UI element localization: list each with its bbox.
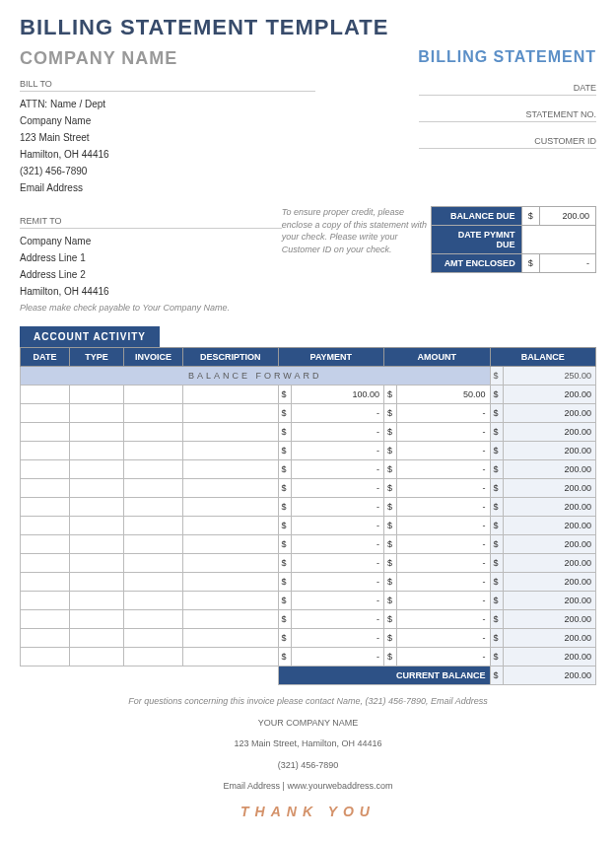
cell	[183, 423, 279, 442]
thank-you: THANK YOU	[20, 802, 596, 822]
cell	[183, 386, 279, 404]
cell	[21, 554, 70, 573]
balance-value: 200.00	[503, 573, 595, 592]
table-row: $100.00$50.00$200.00	[21, 386, 596, 404]
date-pymnt-due-label: DATE PYMNT DUE	[431, 226, 521, 254]
balance-value: 200.00	[503, 535, 595, 554]
currency-symbol: $	[278, 498, 291, 517]
amt-enclosed-value: -	[539, 254, 595, 273]
cell	[70, 517, 124, 535]
currency-symbol: $	[490, 629, 503, 648]
billing-statement-label: BILLING STATEMENT	[418, 48, 596, 66]
cell	[124, 554, 183, 573]
footer-phone: (321) 456-7890	[20, 759, 596, 773]
cell	[124, 498, 183, 517]
cell	[124, 648, 183, 667]
payment-value: -	[291, 629, 383, 648]
column-header: DATE	[21, 348, 70, 367]
currency-symbol: $	[384, 610, 397, 629]
payment-value: -	[291, 479, 383, 498]
cell	[124, 460, 183, 479]
account-activity-tab: ACCOUNT ACTIVITY	[20, 326, 160, 347]
payable-note: Please make check payable to Your Compan…	[20, 303, 282, 313]
cell	[70, 386, 124, 404]
cell	[124, 535, 183, 554]
currency-symbol: $	[384, 592, 397, 610]
amount-value: 50.00	[397, 386, 490, 404]
amount-value: -	[397, 629, 490, 648]
balance-due-value: 200.00	[539, 207, 595, 226]
bill-to-line: Company Name	[20, 112, 315, 129]
table-row: $-$-$200.00	[21, 648, 596, 667]
cell	[21, 610, 70, 629]
remit-to-line: Company Name	[20, 233, 282, 249]
column-header: INVOICE	[124, 348, 183, 367]
amount-value: -	[397, 404, 490, 423]
currency-symbol: $	[384, 460, 397, 479]
currency-symbol: $	[384, 442, 397, 460]
balance-value: 200.00	[503, 460, 595, 479]
currency-symbol: $	[278, 423, 291, 442]
currency-symbol: $	[278, 404, 291, 423]
payment-value: -	[291, 460, 383, 479]
amount-value: -	[397, 479, 490, 498]
cell	[70, 592, 124, 610]
payment-value: -	[291, 404, 383, 423]
page-title: BILLING STATEMENT TEMPLATE	[20, 15, 596, 40]
cell	[124, 404, 183, 423]
cell	[70, 442, 124, 460]
amount-value: -	[397, 535, 490, 554]
remit-to-line: Address Line 1	[20, 249, 282, 266]
balance-value: 200.00	[503, 648, 595, 667]
currency-symbol: $	[490, 498, 503, 517]
cell	[21, 460, 70, 479]
cell	[70, 629, 124, 648]
balance-value: 200.00	[503, 404, 595, 423]
amount-value: -	[397, 517, 490, 535]
balance-value: 200.00	[503, 479, 595, 498]
table-row: $-$-$200.00	[21, 517, 596, 535]
currency-symbol: $	[278, 535, 291, 554]
cell	[183, 535, 279, 554]
cell	[183, 460, 279, 479]
currency-symbol: $	[278, 573, 291, 592]
payment-value: 100.00	[291, 386, 383, 404]
column-header: PAYMENT	[278, 348, 383, 367]
table-row: $-$-$200.00	[21, 573, 596, 592]
cell	[21, 592, 70, 610]
currency-symbol: $	[384, 648, 397, 667]
currency-symbol: $	[384, 554, 397, 573]
currency-symbol: $	[384, 423, 397, 442]
statement-no-label: STATEMENT NO.	[419, 109, 596, 122]
cell	[124, 610, 183, 629]
cell	[183, 573, 279, 592]
payment-value: -	[291, 592, 383, 610]
currency-symbol: $	[384, 517, 397, 535]
currency-symbol: $	[490, 479, 503, 498]
balance-value: 200.00	[503, 592, 595, 610]
currency-symbol: $	[384, 386, 397, 404]
amount-value: -	[397, 610, 490, 629]
table-row: $-$-$200.00	[21, 442, 596, 460]
bill-to-label: BILL TO	[20, 79, 315, 92]
amount-value: -	[397, 592, 490, 610]
footer-company: YOUR COMPANY NAME	[20, 717, 596, 731]
cell	[70, 573, 124, 592]
bill-to-line: Email Address	[20, 179, 315, 196]
currency-symbol: $	[521, 254, 539, 273]
payment-value: -	[291, 648, 383, 667]
footer-question: For questions concerning this invoice pl…	[20, 695, 596, 709]
currency-symbol: $	[278, 554, 291, 573]
currency-symbol: $	[384, 535, 397, 554]
payment-value: -	[291, 535, 383, 554]
balance-value: 200.00	[503, 629, 595, 648]
cell	[124, 629, 183, 648]
cell	[70, 610, 124, 629]
table-row: $-$-$200.00	[21, 479, 596, 498]
cell	[124, 517, 183, 535]
table-row: $-$-$200.00	[21, 460, 596, 479]
currency-symbol: $	[490, 460, 503, 479]
cell	[70, 479, 124, 498]
payment-value: -	[291, 517, 383, 535]
currency-symbol: $	[278, 386, 291, 404]
